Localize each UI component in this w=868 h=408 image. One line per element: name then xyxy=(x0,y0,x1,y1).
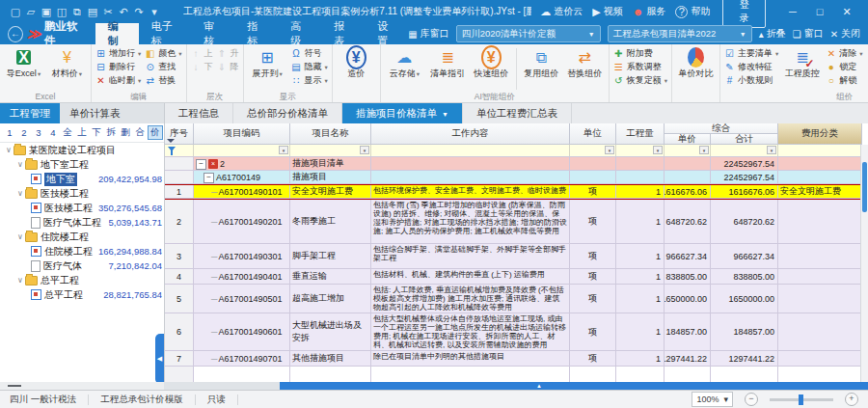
vertical-scrollbar[interactable] xyxy=(860,145,868,382)
ribbon-button-解锁[interactable]: ○解锁 xyxy=(826,74,862,87)
collapse-chevron-icon[interactable]: ∨ xyxy=(15,232,25,241)
tree-toolbar-button-全[interactable]: 全 xyxy=(61,126,74,139)
ribbon-button-上[interactable]: ↑上 xyxy=(191,47,213,60)
zoom-slider[interactable] xyxy=(770,398,833,401)
horizontal-scrollbar[interactable]: ▲ xyxy=(164,382,868,390)
filter-dropdown-icon[interactable]: ▾ xyxy=(767,146,776,154)
tree-toolbar-button-合[interactable]: 合 xyxy=(133,126,147,139)
filter-cell-category[interactable] xyxy=(778,145,862,156)
ribbon-button-恢复定额[interactable]: ↺恢复定额▾ xyxy=(613,74,667,87)
tree-toolbar-button-下[interactable]: 下 xyxy=(90,126,103,139)
tree-toolbar-button-上[interactable]: 上 xyxy=(75,126,89,139)
tree-item[interactable]: ∨总平工程 xyxy=(0,273,164,287)
ribbon-tab-4[interactable]: 指标 xyxy=(234,23,278,44)
tree-item[interactable]: 医技楼工程350,276,545.68 xyxy=(0,201,164,215)
ribbon-button-删除行[interactable]: ⊟删除行 xyxy=(95,61,141,73)
titlebar-link-service[interactable]: ☻服务 xyxy=(633,5,666,18)
column-header-category[interactable]: 费用分类 xyxy=(778,123,862,145)
ribbon-button-造价[interactable]: ¥造价 xyxy=(337,46,376,81)
horizontal-scrollbar-thumb[interactable] xyxy=(280,382,868,390)
ribbon-button-云存储[interactable]: ☁云存储▾ xyxy=(385,46,424,81)
ribbon-button-符号[interactable]: Ω符号 xyxy=(291,47,328,60)
ribbon-button-替换[interactable]: ⇄替换 xyxy=(145,74,181,87)
splitter-handle[interactable] xyxy=(8,385,21,387)
collapse-chevron-icon[interactable]: ∨ xyxy=(15,160,25,169)
paste-icon[interactable]: ▤ xyxy=(85,0,100,23)
redo-icon[interactable]: ↷ xyxy=(131,0,147,23)
filter-dropdown-icon[interactable]: ▾ xyxy=(653,146,663,154)
filter-cell-total[interactable]: ▾ xyxy=(711,145,778,156)
minimize-button[interactable]: ─ xyxy=(779,0,806,23)
zoom-out-button[interactable]: − xyxy=(745,393,758,406)
ribbon-button-展开到[interactable]: ⊞展开到▾ xyxy=(248,46,287,81)
ribbon-button-主要清单[interactable]: ☑主要清单▾ xyxy=(724,47,778,60)
titlebar-link-help[interactable]: ?帮助 xyxy=(675,5,710,18)
filter-cell-content[interactable] xyxy=(371,145,570,156)
column-header-qty[interactable]: 工程量 xyxy=(616,123,665,145)
zoom-select[interactable]: 100%▾ xyxy=(692,392,733,407)
ribbon-button-清单指引[interactable]: ≣清单指引 xyxy=(428,46,468,81)
tree-toolbar-button-3[interactable]: 3 xyxy=(32,126,45,139)
filter-cell-unit[interactable]: ▾ xyxy=(570,145,616,156)
column-header-name[interactable]: 项目名称 xyxy=(290,123,371,145)
ribbon-button-隐藏[interactable]: ▤隐藏▾ xyxy=(291,61,328,73)
zoom-slider-thumb[interactable] xyxy=(799,394,803,405)
zoom-in-button[interactable]: + xyxy=(845,393,858,406)
ribbon-button-单价对比[interactable]: 单价对比 xyxy=(676,46,716,81)
pane-expand-button[interactable]: ▲ xyxy=(526,382,553,390)
column-header-total[interactable]: 合计 xyxy=(711,134,778,145)
close-button[interactable]: ✕ xyxy=(833,0,860,23)
tree-toolbar-button-价[interactable]: 价 xyxy=(148,125,163,140)
table-row[interactable]: 3─A617001490301脚手架工程包括综合脚手架、满堂基础脚手架、外脚手架… xyxy=(165,244,862,269)
open-folder-icon[interactable]: ▱ xyxy=(23,0,39,23)
tree-item[interactable]: 医疗气体7,210,842.04 xyxy=(0,258,164,273)
collapse-chevron-icon[interactable]: ∨ xyxy=(4,146,14,154)
column-header-content[interactable]: 工作内容 xyxy=(371,123,570,145)
titlebar-link-video[interactable]: ▶视频 xyxy=(592,5,622,18)
filter-cell-name[interactable]: ▾ xyxy=(290,145,371,156)
ribbon-button-材料价[interactable]: ¥材料价▾ xyxy=(47,46,87,81)
ribbon-tab-2[interactable]: 电子标 xyxy=(139,23,192,44)
maximize-button[interactable]: □ xyxy=(806,0,833,23)
tree-item[interactable]: 住院楼工程166,294,988.84 xyxy=(0,244,164,258)
ribbon-button-降[interactable]: ⇓降 xyxy=(217,61,239,73)
main-tab-1[interactable]: 工程信息 xyxy=(165,103,233,124)
column-header-price[interactable]: 单价 xyxy=(665,134,711,145)
main-tab-2[interactable]: 总价部分价格清单 xyxy=(233,103,342,124)
filter-cell-qty[interactable]: ▾ xyxy=(616,145,665,156)
tree-item[interactable]: ∨医技楼工程 xyxy=(0,186,164,201)
column-header-unit[interactable]: 单位 xyxy=(570,123,616,145)
collapse-icon[interactable]: − xyxy=(196,159,206,170)
ribbon-tab-3[interactable]: 审核 xyxy=(191,23,234,44)
filter-dropdown-icon[interactable]: ▾ xyxy=(605,146,614,154)
filter-cell-seq[interactable] xyxy=(165,145,194,156)
ribbon-tab-1[interactable]: 编制 xyxy=(95,23,139,44)
close-project-button[interactable]: ✕关闭 xyxy=(830,27,860,41)
ribbon-button-导Excel[interactable]: X导Excel▾ xyxy=(4,46,43,81)
ribbon-button-下[interactable]: ↓下 xyxy=(191,61,213,73)
table-row[interactable]: −A61700149措施项目22452967.54 xyxy=(165,171,862,184)
quota-dropdown[interactable]: 四川2020清单计价定额▼ xyxy=(456,25,601,42)
ribbon-button-系数调整[interactable]: ☰系数调整 xyxy=(613,61,667,73)
tree-item[interactable]: ∨地下室工程 xyxy=(0,157,164,172)
table-row[interactable]: 7─A617001490701其他措施项目除已在项目清单中列明的其他措施项目项1… xyxy=(165,351,862,367)
ribbon-button-锁定[interactable]: ●锁定 xyxy=(826,61,862,73)
ribbon-button-升[interactable]: ⇑升 xyxy=(217,47,239,60)
collapse-chevron-icon[interactable]: ∨ xyxy=(15,189,25,198)
ribbon-button-复用组价[interactable]: ⧉复用组价 xyxy=(522,46,561,81)
filter-dropdown-icon[interactable]: ▾ xyxy=(279,146,288,154)
ribbon-button-临时删[interactable]: ✕临时删▾ xyxy=(95,74,141,87)
table-row[interactable]: −×2措施项目清单22452967.54 xyxy=(165,157,862,171)
template-dropdown[interactable]: 工程总承包项目清单2022▼ xyxy=(608,25,752,42)
tree-item[interactable]: 医疗气体工程5,039,143.71 xyxy=(0,215,164,230)
new-file-icon[interactable]: ▢ xyxy=(8,0,23,23)
table-row[interactable]: 4─A617001490401垂直运输包括材料、机械、建筑构件的垂直 (上下) … xyxy=(165,269,862,285)
column-header-seq[interactable]: 序号 xyxy=(165,123,194,145)
filter-dropdown-icon[interactable]: ▾ xyxy=(360,146,369,154)
collapse-icon[interactable]: − xyxy=(203,173,214,183)
main-tab-4[interactable]: 单位工程费汇总表 xyxy=(463,103,572,124)
ribbon-button-清除[interactable]: ✕清除▾ xyxy=(826,47,862,60)
tree-item[interactable]: ∨住院楼工程 xyxy=(0,230,164,244)
ribbon-tab-7[interactable]: 设置 xyxy=(365,23,408,44)
main-tab-3[interactable]: 措施项目价格清单▼ xyxy=(342,103,463,124)
